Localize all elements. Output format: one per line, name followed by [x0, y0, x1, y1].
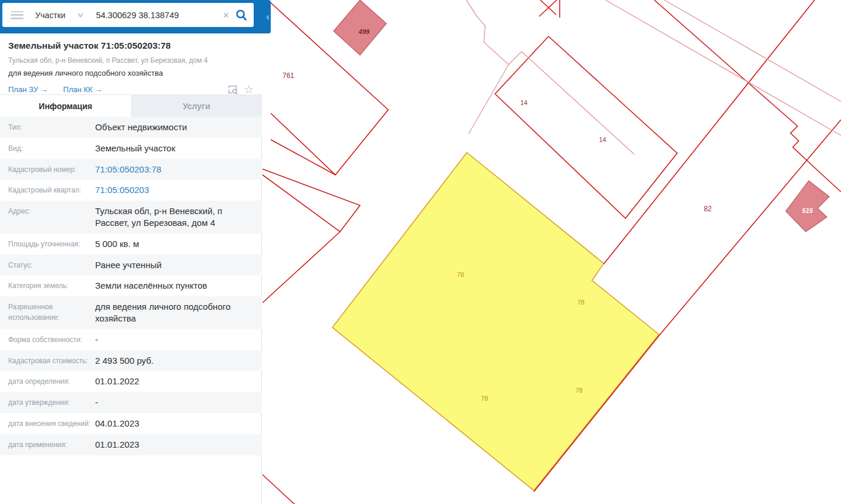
search-bar: Участки ∨ × ‹ — [0, 0, 271, 33]
tab-bar: ИнформацияУслуги — [0, 94, 262, 117]
row-value: - — [95, 397, 256, 408]
plan-kk-link[interactable]: План КК → — [63, 85, 103, 94]
row-label: Площадь уточненная: — [8, 238, 95, 250]
table-row: Статус:Ранее учтенный — [0, 255, 262, 276]
quarter-boundary — [469, 65, 509, 134]
parcel-number-label: 14 — [599, 136, 606, 143]
parcel-boundary — [495, 36, 677, 218]
row-value: 04.01.2023 — [95, 418, 256, 429]
row-value: 01.01.2023 — [95, 439, 256, 451]
table-row: Форма собственности:- — [0, 329, 262, 350]
search-category-select[interactable]: Участки — [35, 11, 65, 20]
row-label: Вид: — [8, 143, 95, 154]
parcel-boundary — [654, 0, 841, 192]
table-row: Категория земель:Земли населённых пункто… — [0, 275, 262, 296]
row-value: 2 493 500 руб. — [95, 355, 256, 367]
row-label: дата утверждения: — [8, 397, 95, 408]
parcel-number-label: 761 — [282, 72, 294, 80]
clear-search-icon[interactable]: × — [223, 10, 229, 21]
search-box: Участки ∨ × — [2, 3, 254, 27]
row-label: Статус: — [8, 259, 95, 271]
row-label: Кадастровая стоимость: — [8, 355, 95, 367]
table-row: Кадастровый квартал:71:05:050203 — [0, 180, 262, 201]
row-value: Земли населённых пунктов — [95, 280, 256, 292]
table-row: Вид:Земельный участок — [0, 138, 262, 159]
object-usage: для ведения личного подсобного хозяйства — [8, 69, 254, 77]
quarter-boundary — [605, 0, 841, 136]
header-icons: ☆ — [227, 84, 254, 95]
parcel-boundary — [263, 232, 340, 303]
tab-services[interactable]: Услуги — [131, 95, 262, 117]
row-value: Ранее учтенный — [95, 259, 256, 271]
table-row: дата внесения сведений:04.01.2023 — [0, 413, 262, 434]
favorite-star-icon[interactable]: ☆ — [244, 84, 254, 95]
row-label: Разрешенное использование: — [8, 301, 95, 324]
table-row: Разрешенное использование:для ведения ли… — [0, 296, 262, 329]
parcel-number-label: 82 — [704, 205, 712, 213]
search-input[interactable] — [95, 10, 223, 21]
table-row: дата применения:01.01.2023 — [0, 434, 262, 455]
row-value-link[interactable]: 71:05:050203 — [95, 184, 256, 196]
info-sidebar: Земельный участок 71:05:050203:78 Тульск… — [0, 0, 262, 504]
parcel-boundary — [263, 475, 294, 504]
tab-information[interactable]: Информация — [0, 95, 131, 117]
row-label: Категория земель: — [8, 280, 95, 292]
building-515[interactable] — [786, 181, 829, 232]
table-row: дата определения:01.01.2022 — [0, 371, 262, 392]
row-value: - — [95, 334, 256, 346]
row-value: Земельный участок — [95, 143, 256, 154]
row-label: Форма собственности: — [8, 334, 95, 346]
search-icon[interactable] — [235, 9, 248, 22]
parcel-boundary — [271, 140, 335, 175]
row-label: дата внесения сведений: — [8, 418, 95, 429]
row-label: Адрес: — [8, 205, 95, 229]
object-header: Земельный участок 71:05:050203:78 Тульск… — [0, 33, 262, 101]
row-label: Кадастровый квартал: — [8, 184, 95, 196]
row-label: дата применения: — [8, 439, 95, 451]
object-address: Тульская обл, р-н Веневский, п Рассвет, … — [8, 56, 254, 65]
quarter-boundary — [466, 0, 634, 154]
parcel-boundary — [539, 0, 557, 16]
row-value: для ведения личного подсобного хозяйства — [95, 301, 256, 324]
page-title: Земельный участок 71:05:050203:78 — [8, 40, 254, 51]
menu-icon[interactable] — [11, 11, 23, 19]
row-label: Кадастровый номер: — [8, 164, 95, 175]
table-row: Кадастровая стоимость:2 493 500 руб. — [0, 350, 262, 371]
row-value: 5 000 кв. м — [95, 238, 256, 250]
object-info-table: Тип:Объект недвижимостиВид:Земельный уча… — [0, 117, 262, 455]
building-499[interactable] — [334, 0, 386, 55]
parcel-number-label: 499 — [358, 28, 370, 35]
plan-zu-link[interactable]: План ЗУ → — [8, 85, 48, 94]
plan-links-row: План ЗУ → План КК → ☆ — [8, 84, 254, 95]
parcel-number-label: 515 — [802, 207, 813, 214]
parcel-number-label: 78 — [457, 271, 464, 278]
parcel-number-label: 78 — [577, 299, 584, 306]
table-row: Адрес:Тульская обл, р-н Веневский, п Рас… — [0, 201, 262, 234]
parcel-number-label: 78 — [481, 395, 488, 402]
row-value: Объект недвижимости — [95, 121, 256, 133]
preview-plan-icon[interactable] — [227, 84, 238, 95]
row-value: 01.01.2022 — [95, 376, 256, 387]
table-row: Тип:Объект недвижимости — [0, 117, 262, 138]
row-label: Тип: — [8, 121, 95, 133]
row-value-link[interactable]: 71:05:050203:78 — [95, 164, 256, 175]
parcel-boundary — [263, 169, 360, 232]
table-row: Площадь уточненная:5 000 кв. м — [0, 234, 262, 255]
chevron-down-icon[interactable]: ∨ — [77, 11, 85, 19]
table-row: Кадастровый номер:71:05:050203:78 — [0, 159, 262, 180]
row-value: Тульская обл, р-н Веневский, п Рассвет, … — [95, 205, 256, 229]
table-row: дата утверждения:- — [0, 392, 262, 413]
row-label: дата определения: — [8, 376, 95, 387]
collapse-panel-icon[interactable]: ‹ — [266, 12, 270, 22]
parcel-boundary — [604, 0, 815, 264]
parcel-number-label: 78 — [576, 387, 583, 394]
parcel-number-label: 14 — [520, 99, 527, 106]
